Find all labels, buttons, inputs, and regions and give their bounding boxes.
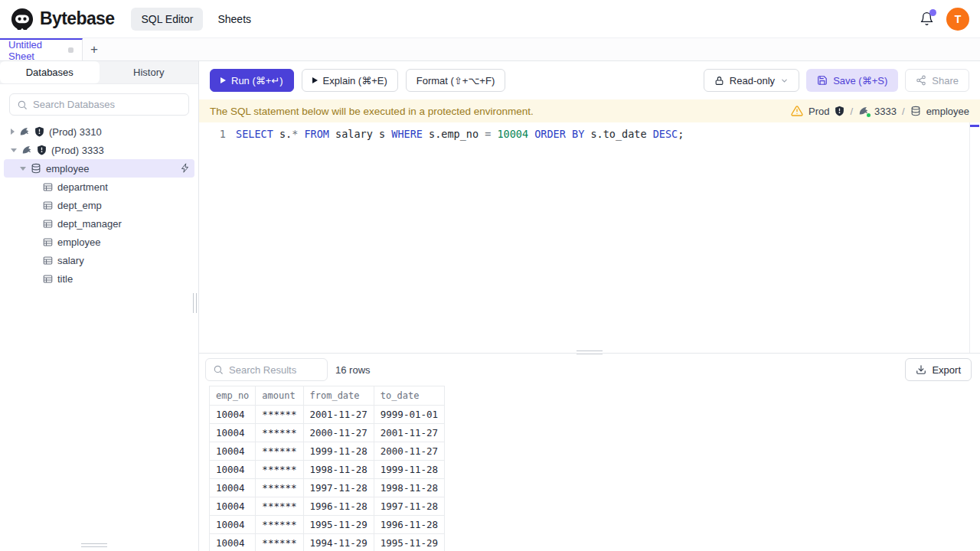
- nav-sheets[interactable]: Sheets: [207, 8, 261, 31]
- cell[interactable]: 1999-11-28: [303, 442, 374, 461]
- column-header-from_date[interactable]: from_date: [303, 386, 374, 406]
- cell[interactable]: 1998-11-28: [374, 479, 444, 497]
- main-panel: Run (⌘+↵) Explain (⌘+E) Format (⇧+⌥+F) R…: [199, 61, 980, 551]
- cell[interactable]: 10004: [210, 442, 256, 461]
- cell[interactable]: 2001-11-27: [374, 424, 444, 442]
- cell[interactable]: ******: [256, 479, 303, 497]
- column-header-amount[interactable]: amount: [256, 386, 303, 406]
- table-icon: [43, 237, 53, 247]
- cell[interactable]: 2000-11-27: [303, 424, 374, 442]
- save-button[interactable]: Save (⌘+S): [806, 69, 898, 92]
- database-search[interactable]: [9, 93, 189, 116]
- cell[interactable]: 10004: [210, 516, 256, 534]
- table-row: 10004******1997-11-281998-11-28: [210, 479, 445, 497]
- brand[interactable]: Bytebase: [11, 8, 114, 31]
- cell[interactable]: ******: [256, 442, 303, 461]
- cell[interactable]: 1998-11-28: [303, 461, 374, 479]
- cell[interactable]: ******: [256, 497, 303, 516]
- protected-environment-banner: The SQL statement below will be executed…: [199, 99, 980, 122]
- table-icon: [43, 182, 53, 192]
- cell[interactable]: 1995-11-29: [303, 516, 374, 534]
- editor-scrollbar[interactable]: [969, 122, 980, 353]
- sidebar-table-item[interactable]: employee: [0, 233, 198, 251]
- column-header-emp_no[interactable]: emp_no: [210, 386, 256, 406]
- cell[interactable]: 1996-11-28: [374, 516, 444, 534]
- sidebar-bottom-resize-handle[interactable]: [81, 543, 107, 547]
- cell[interactable]: 2000-11-27: [374, 442, 444, 461]
- play-icon: [312, 77, 318, 83]
- readonly-mode-dropdown[interactable]: Read-only: [704, 69, 799, 92]
- caret-down-icon: [20, 167, 26, 171]
- tree-instance-3310[interactable]: (Prod) 3310: [0, 122, 198, 141]
- column-header-to_date[interactable]: to_date: [374, 386, 444, 406]
- cell[interactable]: ******: [256, 534, 303, 551]
- cell[interactable]: 1994-11-29: [303, 534, 374, 551]
- sidebar-table-label: dept_manager: [57, 218, 122, 230]
- sidebar-resize-handle[interactable]: [193, 293, 197, 313]
- tab-databases[interactable]: Databases: [0, 61, 100, 83]
- sidebar-table-item[interactable]: salary: [0, 251, 198, 269]
- cell[interactable]: 1995-11-29: [374, 534, 444, 551]
- new-sheet-button[interactable]: +: [83, 38, 106, 60]
- tab-history[interactable]: History: [100, 61, 199, 83]
- lock-icon: [714, 76, 724, 86]
- sidebar-table-label: dept_emp: [57, 200, 102, 211]
- connection-context: Prod / 3333 / employee: [791, 105, 969, 117]
- database-label[interactable]: employee: [926, 106, 969, 117]
- cell[interactable]: 1996-11-28: [303, 497, 374, 516]
- panel-resize-handle[interactable]: [577, 350, 603, 354]
- sidebar-table-item[interactable]: dept_manager: [0, 214, 198, 233]
- sheet-tab-label: Untitled Sheet: [8, 39, 63, 62]
- avatar[interactable]: T: [946, 8, 969, 31]
- instance-label[interactable]: 3333: [874, 106, 897, 117]
- sidebar-table-item[interactable]: dept_emp: [0, 196, 198, 214]
- environment-label: Prod: [808, 106, 829, 117]
- cell[interactable]: 10004: [210, 497, 256, 516]
- toolbar-right: Read-only Save (⌘+S): [704, 69, 969, 92]
- app-header: Bytebase SQL Editor Sheets T: [0, 0, 980, 38]
- run-button[interactable]: Run (⌘+↵): [210, 69, 294, 92]
- table-row: 10004******2001-11-279999-01-01: [210, 406, 445, 424]
- cell[interactable]: 9999-01-01: [374, 406, 444, 424]
- cell[interactable]: ******: [256, 461, 303, 479]
- cell[interactable]: 10004: [210, 461, 256, 479]
- results-search[interactable]: [205, 358, 328, 381]
- export-button[interactable]: Export: [905, 358, 972, 381]
- share-button[interactable]: Share: [905, 69, 969, 92]
- sql-editor[interactable]: 1 SELECT s.* FROM salary s WHERE s.emp_n…: [199, 122, 980, 353]
- tab-untitled-sheet[interactable]: Untitled Sheet: [0, 38, 83, 60]
- sheet-tabbar: Untitled Sheet +: [0, 38, 980, 61]
- cell[interactable]: 1997-11-28: [374, 497, 444, 516]
- sidebar-table-label: title: [57, 273, 73, 285]
- caret-down-icon: [11, 148, 17, 152]
- explain-button[interactable]: Explain (⌘+E): [302, 69, 398, 92]
- notifications-button[interactable]: [919, 11, 934, 27]
- sidebar-table-item[interactable]: title: [0, 269, 198, 288]
- cell[interactable]: ******: [256, 516, 303, 534]
- cell[interactable]: 1997-11-28: [303, 479, 374, 497]
- cell[interactable]: 2001-11-27: [303, 406, 374, 424]
- sidebar-table-label: employee: [57, 236, 100, 248]
- cell[interactable]: 10004: [210, 479, 256, 497]
- sidebar-table-label: salary: [57, 255, 84, 266]
- brand-name: Bytebase: [40, 8, 114, 29]
- table-row: 10004******1995-11-291996-11-28: [210, 516, 445, 534]
- cell[interactable]: 10004: [210, 534, 256, 551]
- cell[interactable]: ******: [256, 406, 303, 424]
- database-search-input[interactable]: [33, 99, 181, 110]
- cell[interactable]: 10004: [210, 406, 256, 424]
- nav-sql-editor[interactable]: SQL Editor: [131, 8, 203, 31]
- lightning-icon[interactable]: [180, 163, 190, 175]
- results-search-input[interactable]: [229, 364, 320, 376]
- cell[interactable]: ******: [256, 424, 303, 442]
- share-icon: [916, 75, 926, 86]
- editor-toolbar: Run (⌘+↵) Explain (⌘+E) Format (⇧+⌥+F) R…: [199, 61, 980, 99]
- tree-instance-3333[interactable]: (Prod) 3333: [0, 141, 198, 159]
- sidebar-table-item[interactable]: department: [0, 178, 198, 196]
- format-button[interactable]: Format (⇧+⌥+F): [406, 69, 505, 92]
- caret-right-icon: [11, 129, 15, 135]
- cell[interactable]: 10004: [210, 424, 256, 442]
- tree-database-employee[interactable]: employee: [4, 159, 194, 178]
- cell[interactable]: 1999-11-28: [374, 461, 444, 479]
- separator: /: [850, 106, 853, 117]
